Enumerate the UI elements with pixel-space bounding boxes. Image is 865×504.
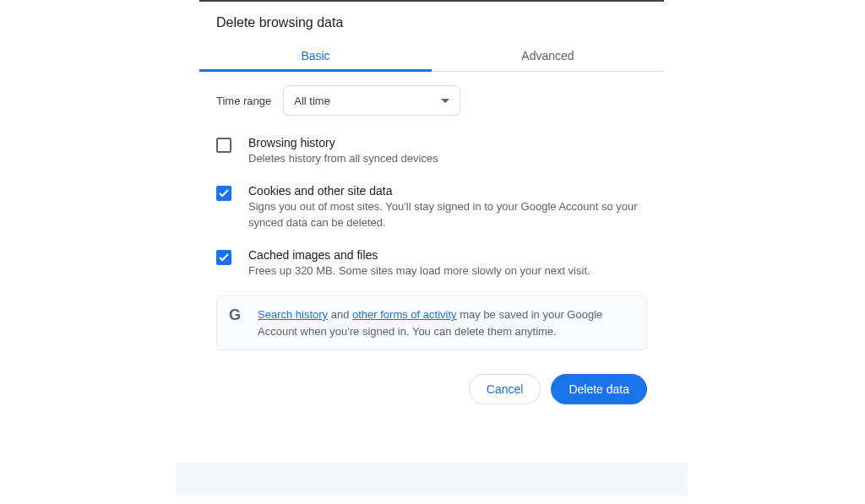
time-range-select[interactable]: All time: [283, 85, 460, 116]
info-text: Search history and other forms of activi…: [258, 306, 634, 339]
option-text: Cookies and other site data Signs you ou…: [248, 184, 647, 231]
link-other-activity[interactable]: other forms of activity: [352, 308, 457, 321]
checkbox-cookies[interactable]: [216, 186, 231, 201]
dialog-actions: Cancel Delete data: [199, 350, 664, 421]
dialog-body: Time range All time Browsing history Del…: [199, 72, 664, 350]
time-range-row: Time range All time: [216, 85, 647, 116]
checkbox-cache[interactable]: [216, 250, 231, 265]
option-desc: Deletes history from all synced devices: [248, 151, 647, 167]
tab-basic[interactable]: Basic: [199, 39, 432, 71]
option-browsing-history: Browsing history Deletes history from al…: [216, 136, 647, 167]
link-search-history[interactable]: Search history: [258, 308, 328, 321]
option-desc: Signs you out of most sites. You'll stay…: [248, 199, 647, 231]
option-cookies: Cookies and other site data Signs you ou…: [216, 184, 647, 231]
delete-data-button[interactable]: Delete data: [551, 374, 647, 404]
check-icon: [219, 189, 229, 198]
option-title: Cached images and files: [248, 248, 647, 262]
google-logo-icon: G: [229, 306, 246, 325]
option-cache: Cached images and files Frees up 320 MB.…: [216, 248, 647, 279]
time-range-value: All time: [294, 95, 330, 107]
google-account-info: G Search history and other forms of acti…: [216, 295, 647, 350]
delete-browsing-data-dialog: Delete browsing data Basic Advanced Time…: [199, 0, 664, 421]
option-title: Cookies and other site data: [248, 184, 647, 198]
chevron-down-icon: [441, 99, 449, 103]
dialog-title: Delete browsing data: [199, 2, 664, 39]
option-desc: Frees up 320 MB. Some sites may load mor…: [248, 263, 647, 279]
tabs: Basic Advanced: [199, 39, 664, 72]
cancel-button[interactable]: Cancel: [469, 374, 541, 404]
tab-advanced[interactable]: Advanced: [432, 39, 664, 71]
time-range-label: Time range: [216, 95, 271, 107]
check-icon: [219, 253, 229, 262]
option-text: Browsing history Deletes history from al…: [248, 136, 647, 167]
checkbox-browsing-history[interactable]: [216, 138, 231, 153]
footer-strip: [176, 463, 688, 496]
option-title: Browsing history: [248, 136, 647, 149]
info-text-seg: and: [328, 308, 352, 321]
option-text: Cached images and files Frees up 320 MB.…: [248, 248, 647, 279]
